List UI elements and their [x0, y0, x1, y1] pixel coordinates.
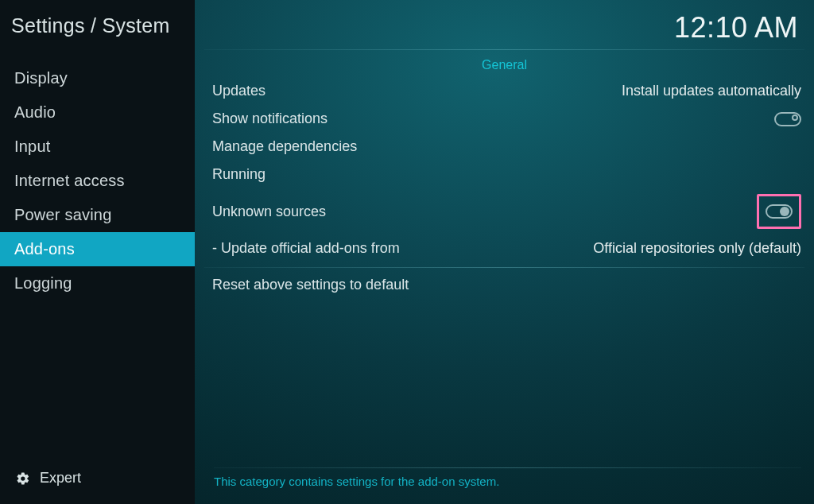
sidebar-spacer	[0, 300, 195, 470]
sidebar-item-label: Logging	[14, 274, 72, 292]
sidebar-item-input[interactable]: Input	[0, 130, 195, 164]
sidebar-item-power-saving[interactable]: Power saving	[0, 198, 195, 232]
setting-label: Update official add-ons from	[212, 240, 400, 257]
sidebar-item-audio[interactable]: Audio	[0, 95, 195, 130]
settings-rows: Updates Install updates automatically Sh…	[195, 77, 814, 299]
clock: 12:10 AM	[674, 11, 798, 45]
sidebar-item-display[interactable]: Display	[0, 61, 195, 95]
section-title: General	[195, 50, 814, 77]
setting-row-show-notifications[interactable]: Show notifications	[195, 105, 814, 133]
app-root: Settings / System Display Audio Input In…	[0, 0, 814, 504]
setting-row-manage-dependencies[interactable]: Manage dependencies	[195, 133, 814, 161]
setting-row-updates[interactable]: Updates Install updates automatically	[195, 77, 814, 105]
setting-row-update-official-addons[interactable]: Update official add-ons from Official re…	[195, 235, 814, 262]
toggle-switch[interactable]	[774, 112, 801, 126]
content-area: 12:10 AM General Updates Install updates…	[195, 0, 814, 504]
sidebar-item-logging[interactable]: Logging	[0, 266, 195, 300]
setting-row-unknown-sources[interactable]: Unknown sources	[195, 188, 814, 235]
sidebar-item-label: Add-ons	[14, 240, 75, 258]
setting-value: Install updates automatically	[622, 83, 801, 99]
setting-label: Unknown sources	[212, 204, 326, 220]
divider	[214, 467, 801, 468]
sidebar-nav: Display Audio Input Internet access Powe…	[0, 61, 195, 300]
toggle-knob	[780, 207, 789, 216]
settings-level-button[interactable]: Expert	[0, 470, 195, 504]
sidebar-item-internet-access[interactable]: Internet access	[0, 164, 195, 198]
setting-value: Official repositories only (default)	[593, 240, 801, 257]
settings-level-label: Expert	[40, 470, 81, 487]
setting-label: Updates	[212, 83, 266, 99]
setting-row-running[interactable]: Running	[195, 161, 814, 188]
setting-label: Manage dependencies	[212, 138, 357, 155]
sidebar: Settings / System Display Audio Input In…	[0, 0, 195, 504]
setting-label: Reset above settings to default	[212, 277, 409, 293]
sidebar-item-label: Power saving	[14, 206, 111, 223]
sidebar-item-label: Audio	[14, 103, 56, 121]
footer: This category contains settings for the …	[195, 458, 814, 504]
sidebar-item-label: Internet access	[14, 172, 125, 189]
toggle-knob	[792, 114, 798, 121]
setting-label: Show notifications	[212, 110, 328, 127]
setting-row-reset-defaults[interactable]: Reset above settings to default	[195, 271, 814, 299]
sidebar-item-add-ons[interactable]: Add-ons	[0, 232, 195, 266]
setting-label: Running	[212, 166, 266, 183]
toggle-switch[interactable]	[766, 204, 793, 219]
breadcrumb: Settings / System	[0, 0, 195, 47]
divider	[204, 267, 804, 268]
footer-help-text: This category contains settings for the …	[214, 475, 801, 488]
highlight-annotation	[757, 194, 801, 229]
gear-icon	[16, 471, 30, 486]
sidebar-item-label: Display	[14, 69, 68, 87]
sidebar-item-label: Input	[14, 138, 50, 155]
